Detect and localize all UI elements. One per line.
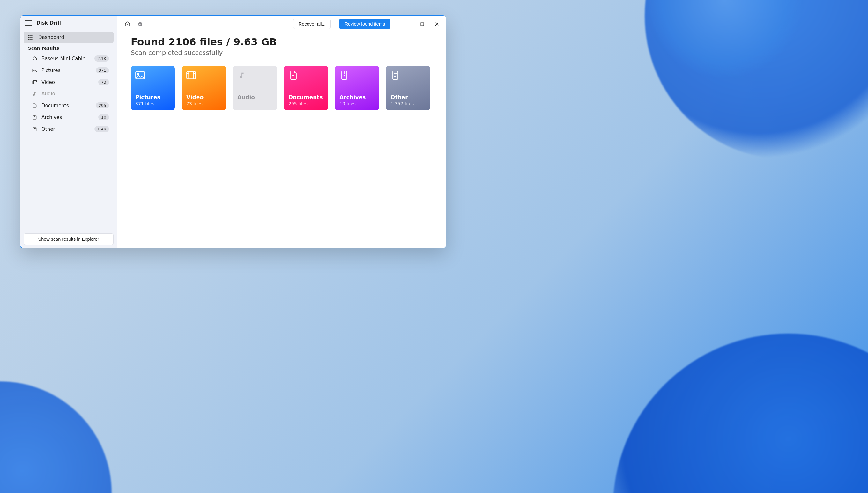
count-badge: 1.4K: [94, 126, 109, 132]
maximize-button[interactable]: [415, 19, 429, 29]
card-video[interactable]: Video 73 files: [182, 66, 226, 110]
card-subtitle: 1,357 files: [390, 101, 426, 106]
sidebar-item-documents[interactable]: Documents 295: [24, 100, 113, 111]
card-pictures[interactable]: Pictures 371 files: [131, 66, 175, 110]
file-icon: [390, 70, 400, 80]
sidebar-footer: Show scan results in Explorer: [20, 230, 117, 248]
sidebar-item-archives[interactable]: Archives 10: [24, 111, 113, 123]
film-icon: [32, 80, 38, 85]
card-audio: Audio —: [233, 66, 277, 110]
svg-rect-3: [28, 37, 30, 38]
sidebar-item-dashboard[interactable]: Dashboard: [24, 31, 113, 43]
sidebar-item-other[interactable]: Other 1.4K: [24, 123, 113, 135]
sidebar-item-audio[interactable]: Audio: [24, 88, 113, 100]
film-icon: [186, 70, 196, 80]
svg-rect-7: [30, 39, 31, 40]
home-button[interactable]: [123, 20, 131, 28]
svg-rect-5: [33, 37, 34, 38]
sidebar-item-label: Archives: [41, 114, 94, 120]
svg-point-9: [34, 59, 34, 59]
sidebar-header: Disk Drill: [20, 16, 117, 29]
svg-rect-6: [28, 39, 30, 40]
titlebar: Recover all... Review found items: [117, 16, 446, 32]
svg-rect-17: [421, 23, 424, 25]
sidebar-section-title: Scan results: [24, 43, 113, 52]
svg-point-22: [344, 75, 345, 76]
sidebar-item-pictures[interactable]: Pictures 371: [24, 64, 113, 76]
review-found-items-button[interactable]: Review found items: [339, 19, 390, 29]
sidebar-item-label: Pictures: [41, 68, 92, 73]
svg-rect-2: [33, 35, 34, 36]
count-badge: 73: [98, 79, 109, 85]
svg-rect-0: [28, 35, 30, 36]
card-subtitle: 10 files: [339, 101, 375, 106]
status-indicator[interactable]: [136, 20, 144, 28]
home-icon: [124, 21, 130, 27]
svg-rect-12: [33, 80, 37, 84]
grid-icon: [28, 35, 34, 40]
sidebar-item-label: Documents: [41, 103, 92, 108]
card-title: Audio: [237, 94, 272, 101]
count-badge: 10: [98, 114, 109, 120]
close-icon: [435, 22, 439, 26]
archive-icon: [339, 70, 349, 80]
window-controls: [400, 19, 444, 29]
card-title: Other: [390, 94, 426, 101]
svg-rect-23: [393, 71, 398, 80]
recover-all-button[interactable]: Recover all...: [293, 19, 331, 29]
category-cards: Pictures 371 files Video 73 files Audio …: [131, 66, 432, 110]
minimize-icon: [406, 22, 409, 26]
sidebar-item-label: Dashboard: [38, 35, 109, 40]
count-badge: 295: [96, 102, 109, 108]
page-subtitle: Scan completed successfully: [131, 49, 432, 57]
sidebar-item-label: Audio: [41, 91, 109, 97]
check-circle-icon: [137, 21, 143, 27]
card-subtitle: 371 files: [135, 101, 170, 106]
sidebar-item-label: Baseus Mini-Cabin Card...: [41, 56, 91, 62]
minimize-button[interactable]: [400, 19, 415, 29]
sidebar-item-device[interactable]: Baseus Mini-Cabin Card... 2.1K: [24, 52, 113, 64]
show-in-explorer-button[interactable]: Show scan results in Explorer: [24, 233, 113, 245]
music-note-icon: [237, 70, 247, 80]
card-title: Video: [186, 94, 221, 101]
svg-rect-10: [33, 68, 37, 72]
card-archives[interactable]: Archives 10 files: [335, 66, 379, 110]
svg-point-19: [137, 73, 139, 75]
card-title: Archives: [339, 94, 375, 101]
document-icon: [289, 70, 298, 80]
main-panel: Recover all... Review found items Found …: [117, 16, 446, 248]
card-other[interactable]: Other 1,357 files: [386, 66, 430, 110]
file-icon: [32, 126, 38, 132]
card-subtitle: 295 files: [289, 101, 323, 106]
drive-icon: [32, 56, 38, 62]
svg-rect-16: [406, 24, 409, 24]
card-title: Pictures: [135, 94, 170, 101]
hamburger-icon[interactable]: [25, 20, 32, 25]
close-button[interactable]: [429, 19, 444, 29]
count-badge: 371: [96, 67, 109, 73]
card-subtitle: —: [237, 101, 272, 106]
card-subtitle: 73 files: [186, 101, 221, 106]
image-icon: [135, 70, 145, 80]
app-title: Disk Drill: [36, 20, 61, 26]
maximize-icon: [420, 22, 424, 26]
card-title: Documents: [289, 94, 323, 101]
archive-icon: [32, 114, 38, 120]
count-badge: 2.1K: [94, 56, 109, 62]
svg-rect-8: [33, 39, 34, 40]
sidebar-body: Dashboard Scan results Baseus Mini-Cabin…: [20, 29, 117, 230]
image-icon: [32, 68, 38, 73]
sidebar-item-label: Video: [41, 80, 94, 85]
card-documents[interactable]: Documents 295 files: [284, 66, 328, 110]
svg-rect-4: [30, 37, 31, 38]
music-note-icon: [32, 91, 38, 97]
sidebar: Disk Drill Dashboard Scan results Baseus…: [20, 16, 117, 248]
document-icon: [32, 103, 38, 108]
titlebar-left: [123, 20, 144, 28]
svg-rect-20: [187, 72, 195, 79]
app-window: Disk Drill Dashboard Scan results Baseus…: [20, 15, 446, 249]
sidebar-item-video[interactable]: Video 73: [24, 76, 113, 88]
page-title: Found 2106 files / 9.63 GB: [131, 36, 432, 47]
sidebar-item-label: Other: [41, 126, 91, 132]
svg-rect-1: [30, 35, 31, 36]
